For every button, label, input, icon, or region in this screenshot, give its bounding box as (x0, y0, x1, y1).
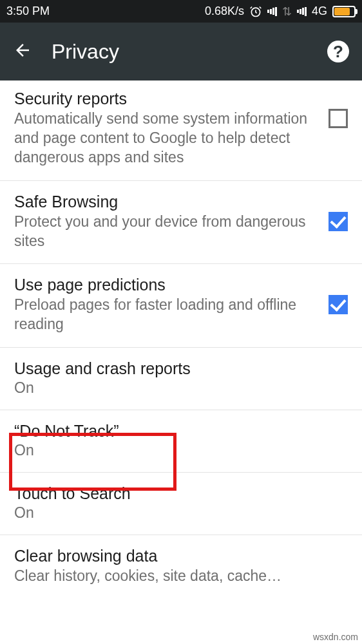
network-label: 4G (312, 5, 327, 18)
row-title: Touch to Search (14, 484, 348, 503)
watermark: wsxdn.com (313, 632, 358, 642)
row-do-not-track[interactable]: “Do Not Track” On (0, 410, 362, 473)
row-title: Security reports (14, 90, 317, 108)
row-title: “Do Not Track” (14, 422, 348, 440)
row-value: On (14, 442, 348, 459)
signal-icon-2 (297, 6, 307, 17)
row-title: Safe Browsing (14, 193, 317, 211)
row-title: Usage and crash reports (14, 359, 348, 378)
row-desc: Clear history, cookies, site data, cache… (14, 567, 348, 586)
row-usage-reports[interactable]: Usage and crash reports On (0, 348, 362, 410)
row-title: Clear browsing data (14, 547, 348, 565)
settings-list: Security reports Automatically send some… (0, 80, 362, 599)
row-desc: Preload pages for faster loading and off… (14, 296, 317, 334)
status-speed: 0.68K/s (205, 5, 244, 18)
help-button[interactable]: ? (327, 41, 349, 62)
status-right: 0.68K/s ⇅ 4G (205, 5, 356, 19)
row-page-predictions[interactable]: Use page predictions Preload pages for f… (0, 264, 362, 348)
row-value: On (14, 379, 348, 397)
checkbox-security-reports[interactable] (329, 109, 348, 128)
alarm-icon (249, 5, 262, 18)
status-time: 3:50 PM (6, 5, 50, 18)
checkbox-safe-browsing[interactable] (329, 212, 348, 231)
arrow-back-icon (13, 41, 32, 60)
row-value: On (14, 504, 348, 522)
data-arrows-icon: ⇅ (282, 5, 292, 19)
row-touch-search[interactable]: Touch to Search On (0, 473, 362, 535)
row-safe-browsing[interactable]: Safe Browsing Protect you and your devic… (0, 181, 362, 265)
battery-icon (332, 6, 356, 17)
help-icon: ? (333, 42, 343, 62)
checkbox-page-predictions[interactable] (329, 295, 348, 314)
row-security-reports[interactable]: Security reports Automatically send some… (0, 83, 362, 181)
page-title: Privacy (52, 40, 308, 64)
signal-icon-1 (267, 6, 277, 17)
row-clear-data[interactable]: Clear browsing data Clear history, cooki… (0, 535, 362, 599)
row-desc: Automatically send some system informati… (14, 109, 317, 167)
row-title: Use page predictions (14, 276, 317, 294)
row-desc: Protect you and your device from dangero… (14, 213, 317, 251)
back-button[interactable] (13, 41, 32, 62)
app-header: Privacy ? (0, 23, 362, 80)
status-bar: 3:50 PM 0.68K/s ⇅ 4G (0, 0, 362, 23)
